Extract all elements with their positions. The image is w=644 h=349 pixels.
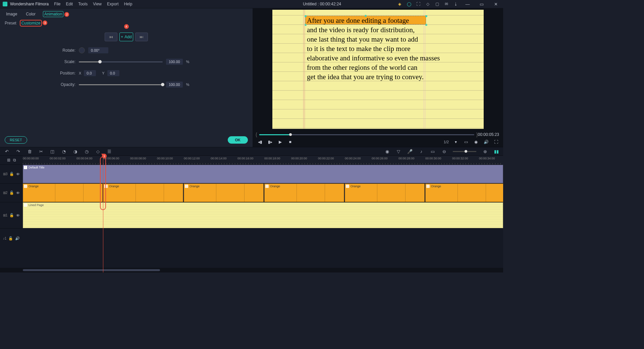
lock-icon[interactable]: 🔓: [9, 213, 14, 217]
clip-default-title[interactable]: T Default Title: [23, 165, 503, 183]
tips-icon[interactable]: ◈: [397, 2, 402, 6]
subtab-customize[interactable]: Customize 3: [20, 20, 42, 27]
position-x-label: X: [79, 71, 81, 75]
link-icon[interactable]: ⧉: [13, 158, 16, 162]
rotate-knob[interactable]: [79, 47, 85, 53]
tab-animation[interactable]: Animation 2: [43, 11, 63, 17]
track-body-video-3[interactable]: T Default Title: [23, 165, 503, 183]
track-body-video-2[interactable]: OrangeOrangeOrangeOrangeOrangeOrange: [23, 184, 503, 202]
track-body-audio-1[interactable]: [23, 229, 503, 248]
undo-icon[interactable]: ↶: [4, 149, 9, 154]
position-y-label: Y: [102, 71, 104, 75]
prev-keyframe-button[interactable]: ⏮: [105, 33, 117, 41]
snapshot-icon[interactable]: ◉: [473, 140, 479, 144]
lock-icon[interactable]: 🔓: [9, 172, 14, 176]
clip-orange[interactable]: Orange: [103, 184, 183, 202]
volume-icon[interactable]: 🔊: [483, 140, 489, 144]
rotate-value[interactable]: 0.00°: [88, 47, 108, 53]
ruler-tick: 00:00:02:00: [50, 157, 66, 160]
render-icon[interactable]: ▭: [430, 149, 435, 154]
menu-file[interactable]: File: [54, 2, 60, 6]
adjust-icon[interactable]: ☰: [107, 149, 112, 154]
color-icon[interactable]: ◑: [72, 149, 78, 154]
preview-canvas[interactable]: /*lines added below via JS-like generati…: [272, 10, 484, 129]
position-x-value[interactable]: 0.0: [84, 70, 96, 76]
add-keyframe-button[interactable]: + Add 4: [119, 33, 133, 41]
selection-handle[interactable]: [305, 24, 307, 26]
split-icon[interactable]: ✂: [38, 149, 44, 154]
keyframe-icon[interactable]: ◇: [95, 149, 101, 154]
opacity-slider[interactable]: [79, 84, 163, 85]
toggle-tracks-icon[interactable]: ⊞: [7, 158, 10, 162]
position-y-value[interactable]: 0.0: [107, 70, 119, 76]
download-icon[interactable]: ⭳: [453, 2, 458, 6]
minimize-button[interactable]: —: [463, 2, 472, 7]
lock-icon[interactable]: 🔓: [8, 236, 13, 241]
scrub-track[interactable]: [259, 134, 474, 135]
close-button[interactable]: ✕: [491, 2, 500, 7]
audio-icon[interactable]: ♪: [419, 149, 424, 154]
timeline-scrollbar[interactable]: [0, 268, 503, 272]
visibility-icon[interactable]: 👁: [16, 191, 20, 195]
tab-image[interactable]: Image: [5, 11, 18, 17]
opacity-value[interactable]: 100.00: [166, 82, 183, 88]
clip-label: Orange: [431, 185, 441, 188]
properties-panel: Image Color Animation 2 Preset Customize…: [0, 8, 253, 147]
visibility-icon[interactable]: 👁: [16, 213, 20, 217]
clip-lined-page[interactable]: Lined Page: [23, 202, 503, 228]
scale-slider[interactable]: [79, 61, 163, 62]
selection-handle[interactable]: [425, 24, 427, 26]
menu-edit[interactable]: Edit: [66, 2, 73, 6]
zoom-fit-icon[interactable]: ▮▮: [494, 149, 499, 154]
prev-frame-button[interactable]: ◂▮: [257, 140, 263, 144]
clip-orange[interactable]: Orange: [23, 184, 103, 202]
stop-button[interactable]: ■: [287, 140, 293, 144]
reset-button[interactable]: RESET: [5, 136, 27, 144]
support-icon[interactable]: ◯: [407, 2, 411, 6]
crop-icon[interactable]: ◫: [50, 149, 55, 154]
tab-color[interactable]: Color: [24, 11, 37, 17]
clip-orange[interactable]: Orange: [184, 184, 264, 202]
visibility-icon[interactable]: 👁: [16, 172, 20, 176]
speed-icon[interactable]: ◔: [61, 149, 66, 154]
playhead[interactable]: [103, 156, 103, 272]
zoom-in-icon[interactable]: ⊕: [482, 149, 488, 154]
menu-help[interactable]: Help: [124, 2, 132, 6]
redo-icon[interactable]: ↷: [15, 149, 21, 154]
mute-icon[interactable]: 🔊: [15, 236, 20, 241]
preview-zoom[interactable]: 1/2: [444, 140, 449, 144]
lock-icon[interactable]: 🔓: [9, 191, 14, 195]
menu-export[interactable]: Export: [107, 2, 119, 6]
zoom-dropdown-icon[interactable]: ▾: [453, 140, 459, 144]
clip-orange[interactable]: Orange: [345, 184, 425, 202]
message-icon[interactable]: ✉: [444, 2, 449, 6]
scale-value[interactable]: 100.00: [166, 59, 183, 65]
save-icon[interactable]: ▢: [435, 2, 439, 6]
zoom-slider[interactable]: [453, 151, 476, 152]
zoom-out-icon[interactable]: ⊖: [441, 149, 447, 154]
maximize-button[interactable]: ▭: [477, 2, 486, 7]
menu-view[interactable]: View: [93, 2, 102, 6]
ruler-tick: 00:00:30:00: [425, 157, 441, 160]
voiceover-icon[interactable]: 🎤: [407, 149, 413, 154]
time-ruler[interactable]: 00:00:00:0000:00:02:0000:00:04:0000:00:0…: [23, 156, 503, 164]
play-button[interactable]: ▶: [277, 140, 283, 144]
marker-icon[interactable]: ▽: [396, 149, 401, 154]
clip-orange[interactable]: Orange: [264, 184, 344, 202]
clip-orange[interactable]: Orange: [425, 184, 503, 202]
mixer-icon[interactable]: ◉: [384, 149, 390, 154]
next-frame-button[interactable]: ▮▸: [267, 140, 273, 144]
next-keyframe-button[interactable]: ⏭: [135, 33, 148, 41]
app-logo-icon: [3, 2, 7, 6]
gift-icon[interactable]: ⛶: [416, 2, 421, 6]
quality-icon[interactable]: ▭: [463, 140, 469, 144]
ok-button[interactable]: OK: [228, 136, 248, 144]
mark-in-icon[interactable]: {: [256, 132, 257, 137]
fullscreen-icon[interactable]: ⛶: [493, 140, 499, 144]
track-body-video-1[interactable]: Lined Page: [23, 202, 503, 228]
duration-icon[interactable]: ◷: [84, 149, 89, 154]
track-id: ⊞2: [3, 191, 8, 195]
menu-tools[interactable]: Tools: [78, 2, 88, 6]
delete-icon[interactable]: 🗑: [27, 149, 32, 154]
account-icon[interactable]: ◇: [425, 2, 430, 6]
